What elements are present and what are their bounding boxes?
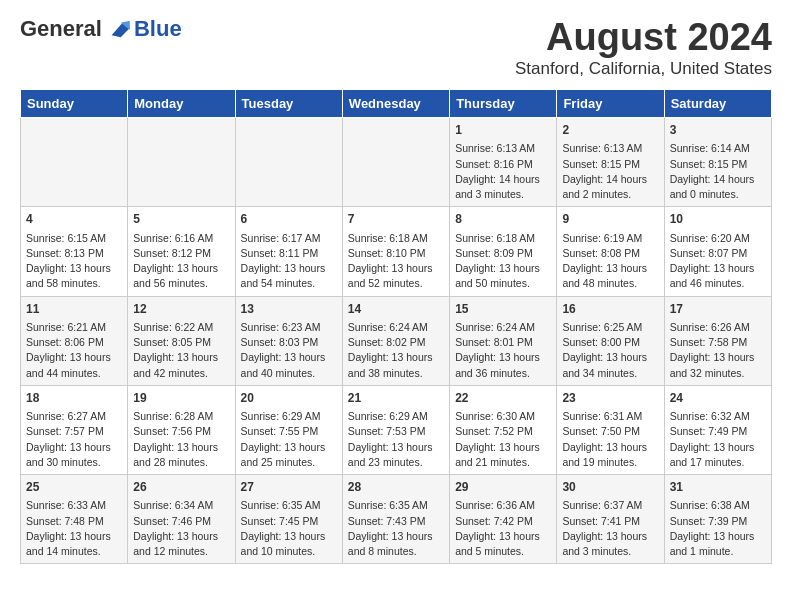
weekday-header: Sunday bbox=[21, 90, 128, 118]
day-content: and 50 minutes. bbox=[455, 276, 551, 291]
day-content: Sunset: 7:56 PM bbox=[133, 424, 229, 439]
day-content: Sunrise: 6:34 AM bbox=[133, 498, 229, 513]
calendar-cell: 21Sunrise: 6:29 AMSunset: 7:53 PMDayligh… bbox=[342, 385, 449, 474]
day-content: and 25 minutes. bbox=[241, 455, 337, 470]
day-content: and 48 minutes. bbox=[562, 276, 658, 291]
day-content: Sunset: 7:45 PM bbox=[241, 514, 337, 529]
day-content: and 17 minutes. bbox=[670, 455, 766, 470]
day-number: 25 bbox=[26, 479, 122, 496]
day-content: Sunset: 7:53 PM bbox=[348, 424, 444, 439]
day-content: Daylight: 13 hours bbox=[455, 261, 551, 276]
day-content: Sunrise: 6:17 AM bbox=[241, 231, 337, 246]
day-content: Sunset: 8:16 PM bbox=[455, 157, 551, 172]
day-content: Daylight: 13 hours bbox=[562, 529, 658, 544]
calendar-cell: 1Sunrise: 6:13 AMSunset: 8:16 PMDaylight… bbox=[450, 118, 557, 207]
logo-blue-text: Blue bbox=[134, 16, 182, 42]
day-content: Sunset: 8:13 PM bbox=[26, 246, 122, 261]
day-content: Daylight: 13 hours bbox=[241, 529, 337, 544]
day-content: Sunset: 7:41 PM bbox=[562, 514, 658, 529]
day-number: 19 bbox=[133, 390, 229, 407]
day-content: Daylight: 13 hours bbox=[133, 261, 229, 276]
day-content: Sunrise: 6:22 AM bbox=[133, 320, 229, 335]
calendar-cell bbox=[342, 118, 449, 207]
day-content: Sunset: 7:50 PM bbox=[562, 424, 658, 439]
day-content: Sunrise: 6:28 AM bbox=[133, 409, 229, 424]
day-content: Sunrise: 6:31 AM bbox=[562, 409, 658, 424]
title-block: August 2024 Stanford, California, United… bbox=[515, 16, 772, 79]
weekday-header: Friday bbox=[557, 90, 664, 118]
day-content: Daylight: 13 hours bbox=[133, 440, 229, 455]
day-content: Daylight: 14 hours bbox=[670, 172, 766, 187]
day-number: 14 bbox=[348, 301, 444, 318]
day-content: Daylight: 13 hours bbox=[133, 350, 229, 365]
day-number: 9 bbox=[562, 211, 658, 228]
calendar-cell: 4Sunrise: 6:15 AMSunset: 8:13 PMDaylight… bbox=[21, 207, 128, 296]
logo-bird-icon bbox=[104, 19, 132, 39]
day-content: Sunrise: 6:29 AM bbox=[348, 409, 444, 424]
day-content: Sunrise: 6:26 AM bbox=[670, 320, 766, 335]
calendar-week-row: 1Sunrise: 6:13 AMSunset: 8:16 PMDaylight… bbox=[21, 118, 772, 207]
calendar-week-row: 25Sunrise: 6:33 AMSunset: 7:48 PMDayligh… bbox=[21, 475, 772, 564]
day-content: Sunrise: 6:16 AM bbox=[133, 231, 229, 246]
day-number: 5 bbox=[133, 211, 229, 228]
day-number: 20 bbox=[241, 390, 337, 407]
day-number: 29 bbox=[455, 479, 551, 496]
day-number: 27 bbox=[241, 479, 337, 496]
day-number: 4 bbox=[26, 211, 122, 228]
day-content: Sunset: 7:49 PM bbox=[670, 424, 766, 439]
main-title: August 2024 bbox=[515, 16, 772, 59]
weekday-header: Saturday bbox=[664, 90, 771, 118]
calendar-cell: 29Sunrise: 6:36 AMSunset: 7:42 PMDayligh… bbox=[450, 475, 557, 564]
day-content: and 1 minute. bbox=[670, 544, 766, 559]
calendar-cell: 2Sunrise: 6:13 AMSunset: 8:15 PMDaylight… bbox=[557, 118, 664, 207]
calendar-cell: 15Sunrise: 6:24 AMSunset: 8:01 PMDayligh… bbox=[450, 296, 557, 385]
day-number: 28 bbox=[348, 479, 444, 496]
weekday-header: Tuesday bbox=[235, 90, 342, 118]
day-content: Sunrise: 6:32 AM bbox=[670, 409, 766, 424]
day-content: and 58 minutes. bbox=[26, 276, 122, 291]
day-content: Daylight: 13 hours bbox=[670, 350, 766, 365]
calendar-cell: 26Sunrise: 6:34 AMSunset: 7:46 PMDayligh… bbox=[128, 475, 235, 564]
day-content: Daylight: 13 hours bbox=[348, 440, 444, 455]
day-content: Sunrise: 6:15 AM bbox=[26, 231, 122, 246]
day-content: and 38 minutes. bbox=[348, 366, 444, 381]
day-content: Sunrise: 6:24 AM bbox=[348, 320, 444, 335]
calendar-cell: 18Sunrise: 6:27 AMSunset: 7:57 PMDayligh… bbox=[21, 385, 128, 474]
calendar-cell: 14Sunrise: 6:24 AMSunset: 8:02 PMDayligh… bbox=[342, 296, 449, 385]
day-content: and 34 minutes. bbox=[562, 366, 658, 381]
day-content: Daylight: 13 hours bbox=[455, 440, 551, 455]
day-content: and 5 minutes. bbox=[455, 544, 551, 559]
day-content: and 30 minutes. bbox=[26, 455, 122, 470]
day-content: and 12 minutes. bbox=[133, 544, 229, 559]
day-content: and 44 minutes. bbox=[26, 366, 122, 381]
day-content: Daylight: 13 hours bbox=[455, 350, 551, 365]
day-content: Daylight: 13 hours bbox=[133, 529, 229, 544]
day-content: and 46 minutes. bbox=[670, 276, 766, 291]
day-content: and 32 minutes. bbox=[670, 366, 766, 381]
day-content: Sunset: 8:15 PM bbox=[562, 157, 658, 172]
subtitle: Stanford, California, United States bbox=[515, 59, 772, 79]
calendar-cell: 27Sunrise: 6:35 AMSunset: 7:45 PMDayligh… bbox=[235, 475, 342, 564]
day-content: and 36 minutes. bbox=[455, 366, 551, 381]
day-content: Sunrise: 6:29 AM bbox=[241, 409, 337, 424]
day-content: Daylight: 13 hours bbox=[26, 261, 122, 276]
day-content: and 3 minutes. bbox=[455, 187, 551, 202]
day-content: Daylight: 13 hours bbox=[26, 440, 122, 455]
day-content: Daylight: 13 hours bbox=[241, 440, 337, 455]
day-content: Sunrise: 6:30 AM bbox=[455, 409, 551, 424]
page-header: General Blue August 2024 Stanford, Calif… bbox=[20, 16, 772, 79]
calendar-cell bbox=[128, 118, 235, 207]
day-content: and 14 minutes. bbox=[26, 544, 122, 559]
calendar-cell: 11Sunrise: 6:21 AMSunset: 8:06 PMDayligh… bbox=[21, 296, 128, 385]
day-content: Sunset: 8:06 PM bbox=[26, 335, 122, 350]
day-content: Sunrise: 6:24 AM bbox=[455, 320, 551, 335]
day-content: and 0 minutes. bbox=[670, 187, 766, 202]
day-content: and 23 minutes. bbox=[348, 455, 444, 470]
day-content: Sunrise: 6:36 AM bbox=[455, 498, 551, 513]
day-content: Sunset: 8:07 PM bbox=[670, 246, 766, 261]
day-content: Daylight: 14 hours bbox=[562, 172, 658, 187]
day-content: Sunset: 8:00 PM bbox=[562, 335, 658, 350]
day-content: Sunrise: 6:18 AM bbox=[455, 231, 551, 246]
day-number: 18 bbox=[26, 390, 122, 407]
day-content: Daylight: 13 hours bbox=[670, 261, 766, 276]
